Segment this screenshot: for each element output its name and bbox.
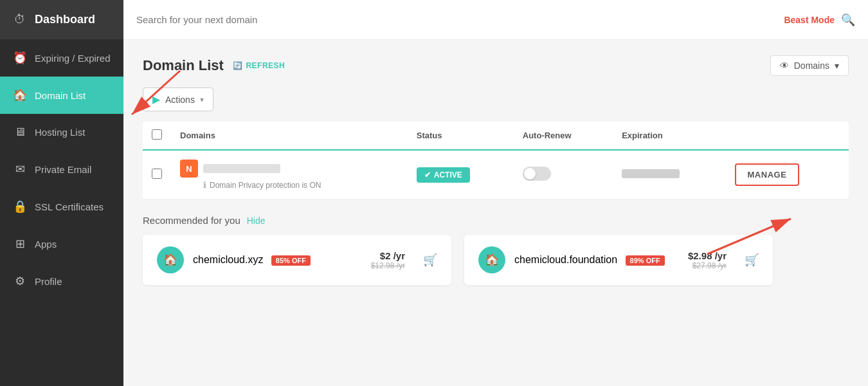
actions-chevron-icon: ▾ (200, 95, 204, 104)
sidebar-apps-label: Apps (35, 239, 57, 250)
expiration-cell (613, 150, 725, 199)
sidebar-email-label: Private Email (35, 164, 91, 175)
actions-button[interactable]: ▶ Actions ▾ (143, 87, 213, 111)
recommended-title: Recommended for you Hide (143, 215, 849, 226)
domain-name-text (203, 164, 280, 173)
beast-mode-label[interactable]: Beast Mode (784, 15, 835, 25)
th-expiration: Expiration (613, 122, 725, 150)
sidebar-item-expiring[interactable]: ⏰ Expiring / Expired (0, 39, 123, 77)
manage-wrapper: MANAGE (735, 163, 840, 186)
status-cell: ✔ ACTIVE (408, 150, 514, 199)
sidebar-item-apps[interactable]: ⊞ Apps (0, 225, 123, 262)
search-input[interactable] (136, 14, 784, 25)
rec-price-col-1: $2 /yr $12.98 /yr (371, 250, 405, 270)
rec-card-1: 🏠 chemicloud.xyz 85% OFF $2 /yr $12.98 /… (143, 235, 451, 285)
domains-dropdown-label: Domains (794, 60, 829, 71)
domain-row: N (180, 160, 399, 178)
refresh-icon: 🔄 (233, 61, 243, 70)
actions-label: Actions (165, 95, 195, 105)
status-label: ACTIVE (434, 170, 462, 179)
th-autorenew: Auto-Renew (514, 122, 613, 150)
rec-card-2: 🏠 chemicloud.foundation 89% OFF $2.98 /y… (464, 235, 773, 285)
row-checkbox[interactable] (152, 169, 162, 179)
sidebar-domain-list-label: Domain List (35, 90, 86, 101)
domain-privacy: ℹ Domain Privacy protection is ON (203, 180, 399, 190)
rec-original-1: $12.98 /yr (371, 261, 405, 270)
domain-list-icon: 🏠 (13, 88, 27, 102)
apps-icon: ⊞ (13, 237, 27, 251)
sidebar-item-profile[interactable]: ⚙ Profile (0, 262, 123, 300)
expiration-value (622, 169, 680, 178)
domain-logo: N (180, 160, 198, 178)
th-actions (726, 122, 849, 150)
main-content: Beast Mode 🔍 Domain List 🔄 REFRESH 👁 Dom… (123, 0, 868, 386)
autorenew-toggle[interactable] (523, 167, 551, 181)
sidebar-ssl-label: SSL Certificates (35, 201, 104, 212)
select-all-checkbox[interactable] (152, 129, 162, 140)
refresh-label: REFRESH (246, 61, 285, 70)
table-row: N ℹ Domain Privacy protection is ON ✔ (143, 150, 849, 199)
sidebar-item-dashboard[interactable]: ⏱ Dashboard (0, 0, 123, 39)
content-area: Domain List 🔄 REFRESH 👁 Domains ▾ ▶ Acti… (123, 40, 868, 300)
manage-cell: MANAGE (726, 150, 849, 199)
rec-logo-2: 🏠 (478, 246, 505, 273)
rec-domain-row-2: chemicloud.foundation 89% OFF (514, 254, 679, 266)
sidebar-expiring-label: Expiring / Expired (35, 53, 111, 64)
manage-button[interactable]: MANAGE (735, 163, 800, 186)
hide-link[interactable]: Hide (247, 216, 266, 226)
refresh-button[interactable]: 🔄 REFRESH (233, 61, 285, 70)
rec-info-2: chemicloud.foundation 89% OFF (514, 254, 679, 266)
sidebar-item-domain-list[interactable]: 🏠 Domain List (0, 77, 123, 114)
th-checkbox (143, 122, 171, 150)
sidebar: ⏱ Dashboard ⏰ Expiring / Expired 🏠 Domai… (0, 0, 123, 386)
rec-price-2: $2.98 /yr (688, 250, 727, 261)
rec-price-col-2: $2.98 /yr $27.98 /yr (688, 250, 727, 270)
profile-icon: ⚙ (13, 274, 27, 288)
domain-table: Domains Status Auto-Renew Expiration (143, 122, 849, 199)
th-status: Status (408, 122, 514, 150)
sidebar-item-ssl[interactable]: 🔒 SSL Certificates (0, 188, 123, 225)
info-icon: ℹ (203, 180, 206, 190)
ssl-icon: 🔒 (13, 199, 27, 214)
eye-icon: 👁 (780, 60, 789, 71)
add-to-cart-icon-2[interactable]: 🛒 (745, 253, 759, 267)
rec-discount-2: 89% OFF (626, 255, 665, 266)
section-title-group: Domain List 🔄 REFRESH (143, 57, 285, 74)
play-icon: ▶ (152, 93, 160, 106)
email-icon: ✉ (13, 162, 27, 176)
recommended-cards: 🏠 chemicloud.xyz 85% OFF $2 /yr $12.98 /… (143, 235, 849, 285)
sidebar-item-private-email[interactable]: ✉ Private Email (0, 151, 123, 188)
rec-original-2: $27.98 /yr (688, 261, 727, 270)
rec-price-1: $2 /yr (371, 250, 405, 261)
dashboard-icon: ⏱ (13, 13, 27, 26)
rec-domain-2: chemicloud.foundation (514, 254, 617, 265)
rec-domain-1: chemicloud.xyz (193, 254, 263, 265)
privacy-label: Domain Privacy protection is ON (210, 181, 321, 190)
hosting-icon: 🖥 (13, 125, 27, 139)
chevron-down-icon: ▾ (835, 60, 839, 71)
sidebar-item-hosting-list[interactable]: 🖥 Hosting List (0, 114, 123, 151)
recommended-label: Recommended for you (143, 215, 240, 226)
search-bar: Beast Mode 🔍 (123, 0, 868, 40)
domain-name-container: N ℹ Domain Privacy protection is ON (180, 160, 399, 190)
expiring-icon: ⏰ (13, 51, 27, 65)
recommended-section: Recommended for you Hide 🏠 chemicloud.xy… (143, 215, 849, 285)
rec-info-1: chemicloud.xyz 85% OFF (193, 254, 362, 266)
sidebar-profile-label: Profile (35, 276, 62, 287)
row-checkbox-cell (143, 150, 171, 199)
add-to-cart-icon-1[interactable]: 🛒 (423, 253, 437, 267)
page-title: Domain List (143, 57, 224, 74)
domain-name-cell: N ℹ Domain Privacy protection is ON (171, 150, 408, 199)
actions-bar: ▶ Actions ▾ (143, 87, 849, 111)
domains-dropdown[interactable]: 👁 Domains ▾ (770, 55, 849, 76)
status-badge: ✔ ACTIVE (417, 167, 470, 183)
search-icon[interactable]: 🔍 (841, 13, 855, 27)
rec-logo-1: 🏠 (157, 246, 184, 273)
section-header: Domain List 🔄 REFRESH 👁 Domains ▾ (143, 55, 849, 76)
sidebar-hosting-label: Hosting List (35, 127, 85, 138)
table-header-row: Domains Status Auto-Renew Expiration (143, 122, 849, 150)
rec-domain-row-1: chemicloud.xyz 85% OFF (193, 254, 362, 266)
autorenew-cell (514, 150, 613, 199)
th-domains: Domains (171, 122, 408, 150)
rec-discount-1: 85% OFF (271, 255, 311, 266)
